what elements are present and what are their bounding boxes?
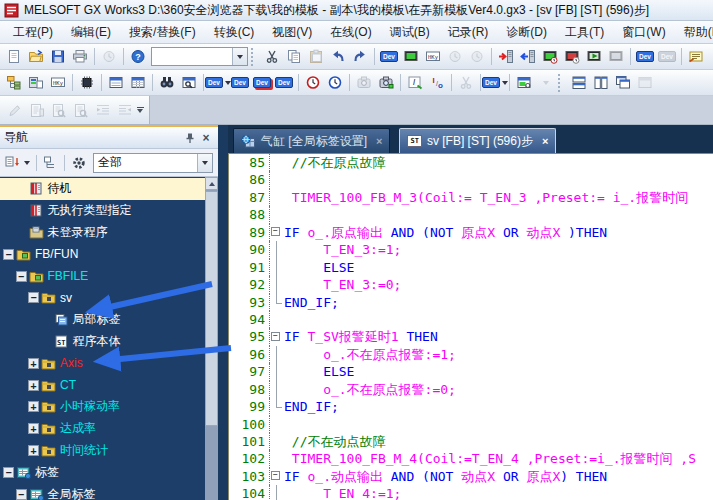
panel-splitter[interactable] — [218, 125, 228, 500]
tree-expander-collapse[interactable]: − — [16, 489, 27, 500]
collapse-box-icon[interactable]: − — [271, 471, 280, 480]
tree-expander-expand[interactable]: + — [28, 445, 39, 456]
tree-expander-collapse[interactable]: − — [3, 467, 14, 478]
undo-icon[interactable] — [327, 46, 349, 67]
menu-item-0[interactable]: 工程(P) — [4, 22, 62, 43]
toolbar-grip[interactable] — [558, 74, 565, 92]
toolbar-overflow-button[interactable] — [136, 100, 145, 121]
clock-setting-icon[interactable] — [302, 72, 324, 93]
comment-display-icon[interactable] — [685, 46, 707, 67]
write-to-plc-icon[interactable] — [495, 46, 517, 67]
monitor-mode-icon[interactable] — [400, 46, 422, 67]
watch-stop-icon[interactable] — [561, 46, 583, 67]
device-register-icon[interactable]: Dev — [251, 72, 273, 93]
tree-item-未登录程序[interactable]: 未登录程序 — [0, 222, 205, 244]
device-find-icon[interactable]: Dev — [378, 46, 400, 67]
io-assignment-icon[interactable]: I/o — [426, 72, 448, 93]
tree-item-无执行类型指定[interactable]: 无执行类型指定 — [0, 200, 205, 222]
tree-item-标签[interactable]: −标签 — [0, 461, 205, 483]
menu-item-11[interactable]: 帮助(H) — [675, 22, 713, 43]
monitor-start-icon[interactable] — [583, 46, 605, 67]
filter-dropdown-arrow[interactable] — [197, 154, 212, 172]
watch-register-icon[interactable] — [539, 46, 561, 67]
menu-item-1[interactable]: 编辑(E) — [62, 22, 120, 43]
tree-item-达成率[interactable]: +达成率 — [0, 418, 205, 440]
tree-expander-collapse[interactable]: − — [16, 271, 27, 282]
tile-vertical-icon[interactable] — [590, 72, 612, 93]
menu-item-4[interactable]: 视图(V) — [263, 22, 321, 43]
tree-item-sv[interactable]: −sv — [0, 287, 205, 309]
find-window-icon[interactable] — [178, 72, 200, 93]
new-project-icon[interactable] — [3, 46, 25, 67]
cut-icon[interactable] — [261, 46, 283, 67]
tree-item-Axis[interactable]: +Axis — [0, 352, 205, 374]
monitor-window-icon[interactable] — [513, 72, 535, 93]
tree-expander-expand[interactable]: + — [28, 380, 39, 391]
copy-icon[interactable] — [283, 46, 305, 67]
scrollbar-thumb[interactable] — [205, 191, 218, 426]
navigation-window-icon[interactable] — [3, 72, 25, 93]
tab-close-icon[interactable]: × — [542, 135, 548, 147]
tree-item-程序本体[interactable]: ST程序本体 — [0, 331, 205, 353]
tree-item-小时稼动率[interactable]: +小时稼动率 — [0, 396, 205, 418]
keyword-search-dropdown-arrow[interactable] — [232, 48, 247, 65]
fold-toggle[interactable]: − — [270, 328, 284, 345]
device-buffer-icon[interactable]: Dev — [273, 72, 295, 93]
close-icon[interactable]: × — [198, 130, 214, 145]
clock-monitor-icon[interactable] — [324, 72, 346, 93]
device-monitor-combo-icon[interactable]: Dev — [484, 72, 506, 93]
target-filter-combo[interactable]: 全部 — [93, 153, 213, 173]
open-project-icon[interactable] — [25, 46, 47, 67]
collapse-box-icon[interactable]: − — [271, 227, 280, 236]
toolbar-grip[interactable] — [251, 48, 258, 66]
tree-expander-expand[interactable]: + — [28, 423, 39, 434]
settings-gear-icon[interactable] — [69, 152, 89, 173]
menu-item-10[interactable]: 窗口(W) — [613, 22, 674, 43]
tree-expander-expand[interactable]: + — [28, 358, 39, 369]
pin-icon[interactable] — [182, 130, 198, 145]
tree-item-局部标签[interactable]: 局部标签 — [0, 309, 205, 331]
print-icon[interactable] — [69, 46, 91, 67]
program-editor-icon[interactable] — [105, 72, 127, 93]
tree-expander-collapse[interactable]: − — [3, 249, 14, 260]
label-edit-icon[interactable]: I — [404, 72, 426, 93]
tab-close-icon[interactable]: × — [376, 135, 382, 147]
snapshot-run-icon[interactable] — [375, 72, 397, 93]
help-icon[interactable]: ? — [127, 46, 149, 67]
device-test-icon[interactable]: HKy — [422, 46, 444, 67]
menu-item-6[interactable]: 调试(B) — [381, 22, 439, 43]
tree-item-待机[interactable]: 待机 — [0, 178, 205, 200]
tree-item-CT[interactable]: +CT — [0, 374, 205, 396]
menu-item-9[interactable]: 工具(T) — [556, 22, 613, 43]
cascade-windows-icon[interactable] — [612, 72, 634, 93]
tile-horizontal-icon[interactable] — [568, 72, 590, 93]
tree-scrollbar[interactable] — [205, 177, 218, 500]
menu-item-5[interactable]: 在线(O) — [321, 22, 380, 43]
device-batch-monitor-icon[interactable]: Dev — [207, 72, 229, 93]
st-code-editor[interactable]: 85 //不在原点故障8687 TIMER_100_FB_M_3(Coil:= … — [228, 153, 713, 500]
element-selection-icon[interactable] — [25, 72, 47, 93]
menu-item-8[interactable]: 诊断(D) — [497, 22, 556, 43]
device-comment-icon[interactable]: HKy — [47, 72, 69, 93]
read-from-plc-icon[interactable] — [517, 46, 539, 67]
tree-expander-collapse[interactable]: − — [28, 292, 39, 303]
tree-expander-expand[interactable]: + — [28, 401, 39, 412]
tree-item-FBFILE[interactable]: −FBFILE — [0, 265, 205, 287]
device-display-icon[interactable]: Dev — [634, 46, 656, 67]
keyword-search-combo[interactable] — [151, 47, 248, 66]
menu-item-3[interactable]: 转换(C) — [205, 22, 264, 43]
find-icon[interactable] — [156, 72, 178, 93]
fold-toggle[interactable]: − — [270, 468, 284, 485]
scroll-up-button[interactable] — [205, 177, 218, 190]
universal-editor-icon[interactable] — [127, 72, 149, 93]
tree-item-FB/FUN[interactable]: −FB/FUN — [0, 243, 205, 265]
module-configuration-icon[interactable] — [76, 72, 98, 93]
collapse-box-icon[interactable]: − — [271, 332, 280, 341]
fold-toggle[interactable]: − — [270, 224, 284, 241]
document-tab-2[interactable]: STsv [FB] [ST] (596)步× — [399, 128, 556, 153]
document-tab-1[interactable]: 气缸 [全局标签设置]× — [233, 128, 390, 153]
tree-item-全局标签[interactable]: −全局标签 — [0, 483, 205, 500]
project-tree[interactable]: 待机无执行类型指定未登录程序−FB/FUN−FBFILE−sv局部标签ST程序本… — [0, 177, 218, 500]
menu-item-2[interactable]: 搜索/替换(F) — [120, 22, 205, 43]
tree-item-时间统计[interactable]: +时间统计 — [0, 440, 205, 462]
